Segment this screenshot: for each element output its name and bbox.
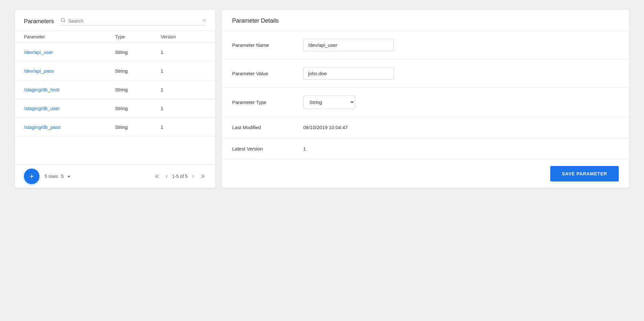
row-type: String: [115, 106, 161, 111]
detail-row-modified: Last Modified 08/10/2019 10:04:47: [222, 117, 629, 138]
save-parameter-button[interactable]: SAVE PARAMETER: [550, 166, 619, 181]
last-modified-label: Last Modified: [232, 125, 290, 130]
table-row: /staging/db_user String 1: [15, 99, 215, 118]
right-footer: SAVE PARAMETER: [222, 160, 629, 188]
row-name-link[interactable]: /staging/db_user: [24, 106, 115, 111]
plus-icon: +: [29, 172, 34, 181]
add-parameter-button[interactable]: +: [24, 169, 39, 184]
left-header: Parameters ✕: [15, 10, 215, 31]
row-name-link[interactable]: /dev/api_pass: [24, 68, 115, 74]
row-version: 1: [161, 106, 206, 111]
table-row: /dev/api_pass String 1: [15, 62, 215, 80]
detail-row-version: Latest Version 1: [222, 138, 629, 160]
latest-version-value: 1: [303, 146, 306, 151]
param-type-label: Parameter Type: [232, 99, 290, 105]
search-wrapper: ✕: [60, 17, 206, 26]
row-type: String: [115, 68, 161, 74]
detail-row-value: Parameter Value: [222, 59, 629, 88]
rows-label: 5 rows: [45, 174, 58, 179]
row-name-link[interactable]: /dev/api_user: [24, 49, 115, 55]
param-name-label: Parameter Name: [232, 42, 290, 48]
app-container: Parameters ✕ Parameter Type Version /dev…: [15, 10, 629, 188]
rows-selector: 5 rows 5 10 25: [45, 173, 71, 179]
row-name-link[interactable]: /staging/db_host: [24, 87, 115, 92]
detail-row-type: Parameter Type StringSecureStringStringL…: [222, 88, 629, 117]
row-version: 1: [161, 49, 206, 55]
row-type: String: [115, 87, 161, 92]
prev-page-button[interactable]: [163, 174, 170, 179]
latest-version-label: Latest Version: [232, 146, 290, 151]
col-header-version: Version: [161, 34, 206, 39]
table-body: /dev/api_user String 1 /dev/api_pass Str…: [15, 43, 215, 164]
row-name-link[interactable]: /staging/db_pass: [24, 124, 115, 130]
parameters-title: Parameters: [24, 18, 54, 25]
last-page-button[interactable]: [199, 173, 206, 179]
param-name-input[interactable]: [303, 39, 394, 51]
param-value-input[interactable]: [303, 67, 394, 80]
pagination: 1-5 of 5: [154, 173, 206, 179]
parameters-panel: Parameters ✕ Parameter Type Version /dev…: [15, 10, 215, 188]
table-header: Parameter Type Version: [15, 31, 215, 43]
row-type: String: [115, 124, 161, 130]
col-header-type: Type: [115, 34, 161, 39]
param-type-select[interactable]: StringSecureStringStringList: [303, 96, 355, 109]
rows-per-page-select[interactable]: 5 10 25: [60, 173, 71, 179]
search-input[interactable]: [68, 18, 199, 24]
parameter-details-panel: Parameter Details Parameter Name Paramet…: [222, 10, 629, 188]
left-footer: + 5 rows 5 10 25: [15, 164, 215, 188]
row-type: String: [115, 49, 161, 55]
detail-row-name: Parameter Name: [222, 31, 629, 59]
svg-line-1: [64, 21, 65, 22]
right-header: Parameter Details: [222, 10, 629, 31]
table-row: /staging/db_pass String 1: [15, 118, 215, 137]
table-row: /dev/api_user String 1: [15, 43, 215, 62]
table-row: /staging/db_host String 1: [15, 80, 215, 99]
search-clear-icon[interactable]: ✕: [202, 18, 206, 23]
col-header-parameter: Parameter: [24, 34, 115, 39]
details-title: Parameter Details: [232, 17, 279, 24]
row-version: 1: [161, 124, 206, 130]
last-modified-value: 08/10/2019 10:04:47: [303, 125, 348, 130]
page-info: 1-5 of 5: [172, 174, 188, 179]
first-page-button[interactable]: [154, 173, 161, 179]
row-version: 1: [161, 87, 206, 92]
row-version: 1: [161, 68, 206, 74]
param-value-label: Parameter Value: [232, 71, 290, 76]
next-page-button[interactable]: [190, 174, 197, 179]
search-icon: [60, 17, 66, 24]
